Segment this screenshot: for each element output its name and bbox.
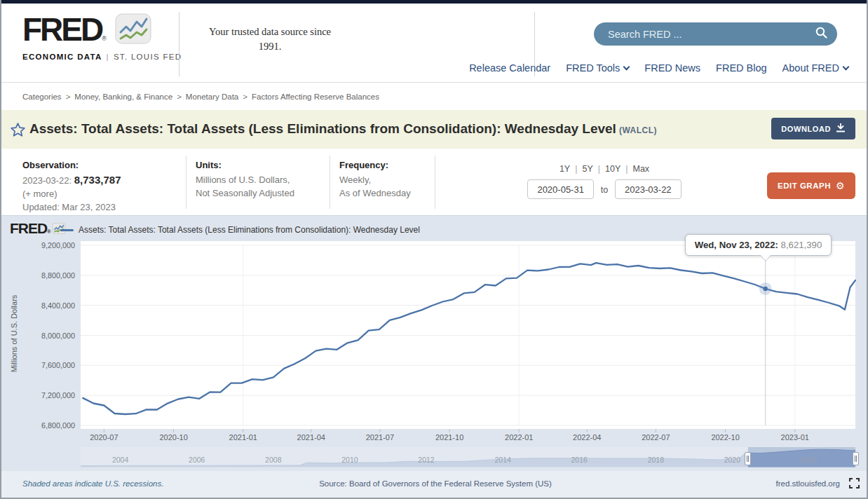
search-icon[interactable]	[815, 27, 827, 41]
logo-subtitle-stlouisfed: ST. LOUIS FED	[114, 53, 182, 61]
nav-label: FRED Blog	[716, 62, 767, 74]
breadcrumb-monetary-data[interactable]: Monetary Data	[186, 93, 238, 101]
logo-subtitle: ECONOMIC DATA|ST. LOUIS FED	[22, 53, 182, 61]
range-presets: 1Y|5Y|10Y|Max	[492, 164, 717, 174]
site-header: FRED® ECONOMIC DATA|ST. LOUIS FED Your t…	[1, 4, 867, 82]
minimap-year-label: 2006	[189, 456, 205, 464]
x-axis-label: 2020-10	[159, 433, 187, 442]
to-label: to	[601, 185, 608, 195]
chart-tooltip: Wed, Nov 23, 2022: 8,621,390	[685, 234, 832, 256]
edit-graph-label: EDIT GRAPH	[778, 182, 831, 190]
nav-release-calendar[interactable]: Release Calendar	[469, 62, 550, 74]
edit-graph-button[interactable]: EDIT GRAPH ⚙	[767, 172, 855, 199]
x-axis-label: 2022-07	[642, 433, 670, 442]
preset-1y[interactable]: 1Y	[560, 164, 570, 174]
frequency-line1: Weekly,	[339, 173, 411, 186]
marker-dot	[764, 287, 768, 291]
preset-10y[interactable]: 10Y	[605, 164, 621, 174]
logo-subtitle-divider: |	[107, 53, 109, 61]
preset-separator: |	[598, 164, 600, 174]
nav-label: FRED Tools	[566, 62, 620, 74]
tooltip-value: 8,621,390	[781, 240, 822, 250]
minimap-year-label: 2022	[801, 456, 818, 464]
minimap-handle-left[interactable]	[745, 452, 751, 465]
y-axis-label: 7,600,000	[41, 361, 75, 369]
source-note: Source: Board of Governors of the Federa…	[319, 479, 552, 488]
minimap-year-label: 2014	[494, 456, 511, 464]
preset-separator: |	[575, 164, 577, 174]
site-link[interactable]: fred.stlouisfed.org	[776, 479, 840, 488]
observation-updated: Updated: Mar 23, 2023	[22, 200, 121, 214]
minimap-year-label: 2020	[724, 456, 741, 464]
download-label: DOWNLOAD	[781, 125, 831, 133]
units-heading: Units:	[196, 158, 294, 172]
fred-logo[interactable]: FRED® ECONOMIC DATA|ST. LOUIS FED	[22, 13, 182, 61]
favorite-star-icon[interactable]	[10, 122, 26, 140]
search-input[interactable]	[608, 29, 815, 40]
observation-more-link[interactable]: (+ more)	[22, 187, 121, 200]
header-divider-left	[179, 12, 179, 76]
search-bar[interactable]	[594, 22, 837, 46]
preset-5y[interactable]: 5Y	[582, 164, 592, 174]
nav-fred-tools[interactable]: FRED Tools	[566, 62, 629, 74]
y-axis-label: 8,800,000	[41, 271, 75, 280]
y-axis-label: 6,800,000	[41, 421, 75, 430]
nav-label: About FRED	[782, 62, 839, 74]
minimap-year-label: 2018	[648, 456, 665, 464]
fred-logo-text: FRED	[22, 13, 102, 46]
logo-subtitle-economic-data: ECONOMIC DATA	[22, 53, 102, 61]
title-band: Assets: Total Assets: Total Assets (Less…	[1, 110, 867, 149]
minimap-handle-right[interactable]	[853, 452, 859, 465]
units-line1: Millions of U.S. Dollars,	[196, 173, 294, 186]
nav-about-fred[interactable]: About FRED	[782, 62, 848, 74]
frequency-block: Frequency: Weekly, As of Wednesday	[339, 158, 411, 200]
x-axis-label: 2022-04	[573, 433, 601, 442]
chevron-down-icon	[623, 63, 630, 70]
x-axis-label: 2020-07	[90, 433, 118, 442]
breadcrumb-separator: >	[243, 93, 247, 101]
meta-divider	[186, 156, 187, 209]
nav-label: FRED News	[644, 62, 700, 74]
minimap-year-label: 2008	[265, 456, 282, 464]
registered-mark: ®	[102, 35, 107, 42]
gear-icon: ⚙	[836, 181, 845, 191]
start-date-input[interactable]	[527, 179, 594, 199]
units-line2: Not Seasonally Adjusted	[196, 186, 294, 200]
nav-fred-news[interactable]: FRED News	[644, 62, 700, 74]
preset-max[interactable]: Max	[632, 164, 649, 174]
meta-row: Observation: 2023-03-22: 8,733,787 (+ mo…	[1, 149, 867, 216]
series-title-text: Assets: Total Assets: Total Assets (Less…	[29, 121, 616, 136]
breadcrumb-money-banking-finance[interactable]: Money, Banking, & Finance	[74, 93, 172, 101]
observation-heading: Observation:	[22, 158, 121, 172]
y-axis-label: 9,200,000	[41, 241, 75, 250]
main-nav: Release Calendar FRED Tools FRED News FR…	[469, 62, 848, 74]
fullscreen-icon[interactable]	[849, 478, 860, 490]
breadcrumb-factors-affecting-reserve-balances[interactable]: Factors Affecting Reserve Balances	[252, 93, 379, 101]
end-date-input[interactable]	[615, 179, 681, 199]
minimap-year-label: 2004	[112, 456, 129, 464]
tagline-line2: 1991.	[189, 39, 351, 54]
nav-label: Release Calendar	[469, 62, 550, 74]
minimap[interactable]: 2004200620082010201220142016201820202022	[1, 447, 868, 470]
y-axis-label: 7,200,000	[41, 391, 75, 399]
y-axis-label: 8,000,000	[41, 331, 75, 340]
breadcrumb: Categories>Money, Banking, & Finance>Mon…	[1, 82, 867, 110]
series-ticker: (WALCL)	[619, 125, 657, 135]
preset-separator: |	[625, 164, 628, 174]
x-axis-label: 2022-10	[711, 433, 739, 442]
tagline-line1: Your trusted data source since	[189, 25, 351, 39]
breadcrumb-categories[interactable]: Categories	[22, 93, 62, 101]
x-axis-label: 2021-04	[297, 433, 325, 442]
recessions-note-link[interactable]: Shaded areas indicate U.S. recessions.	[22, 479, 163, 488]
observation-date: 2023-03-22:	[22, 175, 72, 186]
x-axis-label: 2021-10	[435, 433, 463, 442]
x-axis-label: 2022-01	[505, 433, 533, 442]
minimap-year-label: 2016	[571, 456, 588, 464]
minimap-year-label: 2012	[418, 456, 435, 464]
x-axis-label: 2021-01	[229, 433, 257, 442]
download-icon	[836, 123, 846, 134]
download-button[interactable]: DOWNLOAD	[771, 118, 855, 139]
nav-fred-blog[interactable]: FRED Blog	[716, 62, 767, 74]
frequency-heading: Frequency:	[339, 158, 411, 172]
range-dates: to	[492, 179, 717, 199]
